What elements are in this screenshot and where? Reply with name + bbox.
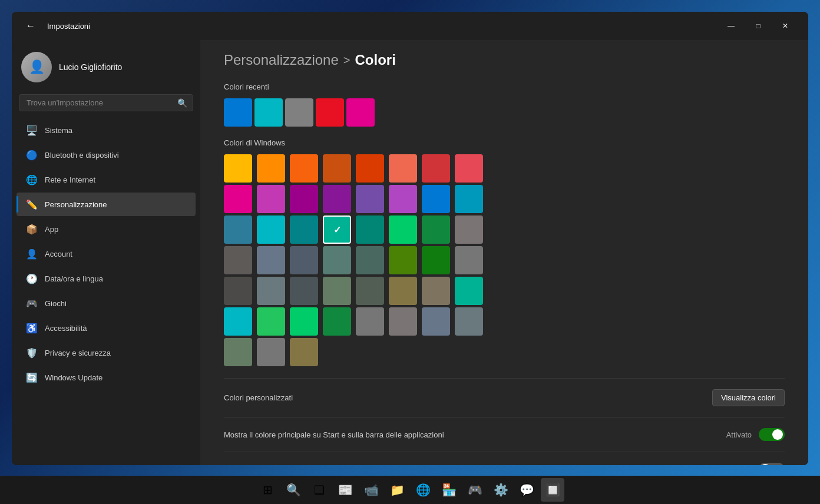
- taskbar-start[interactable]: ⊞: [256, 478, 279, 502]
- windows-color-6[interactable]: [422, 154, 450, 183]
- windows-color-9[interactable]: [257, 185, 285, 213]
- windows-color-32[interactable]: [224, 277, 252, 305]
- windows-color-19[interactable]: [323, 215, 351, 244]
- windows-color-17[interactable]: [257, 215, 285, 244]
- nav-label-rete: Rete e Internet: [45, 175, 95, 184]
- taskbar-xbox[interactable]: 🎮: [463, 478, 487, 502]
- windows-color-2[interactable]: [290, 154, 318, 183]
- windows-color-47[interactable]: [455, 307, 483, 336]
- search-input[interactable]: [19, 94, 193, 111]
- taskbar-widgets[interactable]: 📰: [333, 478, 357, 502]
- windows-color-14[interactable]: [422, 185, 450, 213]
- windows-color-21[interactable]: [389, 215, 417, 244]
- windows-color-4[interactable]: [356, 154, 384, 183]
- setting2-toggle[interactable]: [759, 463, 785, 465]
- windows-color-16[interactable]: [224, 215, 252, 244]
- minimize-button[interactable]: —: [718, 16, 745, 35]
- visualizza-colori-button[interactable]: Visualizza colori: [712, 389, 785, 406]
- taskbar-taskview[interactable]: ❑: [308, 478, 331, 502]
- windows-color-44[interactable]: [356, 307, 384, 336]
- windows-color-5[interactable]: [389, 154, 417, 183]
- windows-color-7[interactable]: [455, 154, 483, 183]
- sidebar-item-update[interactable]: 🔄Windows Update: [16, 366, 196, 389]
- windows-color-28[interactable]: [356, 246, 384, 274]
- sidebar-item-giochi[interactable]: 🎮Giochi: [16, 291, 196, 315]
- windows-color-10[interactable]: [290, 185, 318, 213]
- windows-color-18[interactable]: [290, 215, 318, 244]
- windows-color-42[interactable]: [290, 307, 318, 336]
- taskbar-settings-pinned[interactable]: ⚙️: [489, 478, 512, 502]
- windows-color-24[interactable]: [224, 246, 252, 274]
- windows-color-39[interactable]: [455, 277, 483, 305]
- back-button[interactable]: ←: [21, 16, 40, 35]
- windows-color-29[interactable]: [389, 246, 417, 274]
- windows-color-13[interactable]: [389, 185, 417, 213]
- windows-color-23[interactable]: [455, 215, 483, 244]
- windows-color-31[interactable]: [455, 246, 483, 274]
- taskbar: ⊞ 🔍 ❑ 📰 📹 📁 🌐 🏪 🎮 ⚙️ 💬 🔲: [0, 476, 820, 504]
- windows-color-48[interactable]: [224, 338, 252, 366]
- taskbar-edge[interactable]: 🌐: [411, 478, 435, 502]
- taskbar-teams[interactable]: 📹: [359, 478, 383, 502]
- nav-label-accessibilita: Accessibilità: [45, 324, 87, 333]
- page-title: Colori: [355, 52, 395, 68]
- windows-color-45[interactable]: [389, 307, 417, 336]
- windows-colors-label: Colori di Windows: [224, 138, 785, 147]
- windows-color-46[interactable]: [422, 307, 450, 336]
- sidebar-item-accessibilita[interactable]: ♿Accessibilità: [16, 316, 196, 340]
- windows-color-0[interactable]: [224, 154, 252, 183]
- windows-color-11[interactable]: [323, 185, 351, 213]
- taskbar-app-active[interactable]: 🔲: [541, 478, 564, 502]
- sidebar-item-privacy[interactable]: 🛡️Privacy e sicurezza: [16, 341, 196, 364]
- windows-color-35[interactable]: [323, 277, 351, 305]
- recent-color-2[interactable]: [285, 98, 313, 127]
- sidebar-item-bluetooth[interactable]: 🔵Bluetooth e dispositivi: [16, 143, 196, 167]
- windows-color-40[interactable]: [224, 307, 252, 336]
- nav-icon-update: 🔄: [26, 372, 38, 383]
- windows-color-15[interactable]: [455, 185, 483, 213]
- windows-color-37[interactable]: [389, 277, 417, 305]
- taskbar-store[interactable]: 🏪: [437, 478, 461, 502]
- windows-color-22[interactable]: [422, 215, 450, 244]
- windows-color-27[interactable]: [323, 246, 351, 274]
- nav-label-account: Account: [45, 250, 72, 258]
- windows-color-20[interactable]: [356, 215, 384, 244]
- recent-color-0[interactable]: [224, 98, 252, 127]
- windows-color-8[interactable]: [224, 185, 252, 213]
- windows-color-33[interactable]: [257, 277, 285, 305]
- maximize-button[interactable]: □: [745, 16, 772, 35]
- windows-color-1[interactable]: [257, 154, 285, 183]
- windows-color-41[interactable]: [257, 307, 285, 336]
- nav-icon-rete: 🌐: [26, 174, 38, 185]
- windows-color-49[interactable]: [257, 338, 285, 366]
- windows-color-34[interactable]: [290, 277, 318, 305]
- page-parent: Personalizzazione: [224, 52, 339, 68]
- sidebar-item-data[interactable]: 🕐Data/ora e lingua: [16, 267, 196, 290]
- recent-color-1[interactable]: [254, 98, 283, 127]
- windows-color-36[interactable]: [356, 277, 384, 305]
- windows-color-25[interactable]: [257, 246, 285, 274]
- windows-color-43[interactable]: [323, 307, 351, 336]
- taskbar-explorer[interactable]: 📁: [385, 478, 409, 502]
- sidebar-item-sistema[interactable]: 🖥️Sistema: [16, 118, 196, 142]
- recent-color-3[interactable]: [316, 98, 344, 127]
- sidebar-item-app[interactable]: 📦App: [16, 217, 196, 241]
- close-button[interactable]: ✕: [772, 16, 799, 35]
- windows-color-30[interactable]: [422, 246, 450, 274]
- user-profile[interactable]: 👤 Lucio Gigliofiorito: [12, 45, 200, 94]
- taskbar-whatsapp[interactable]: 💬: [515, 478, 538, 502]
- windows-color-3[interactable]: [323, 154, 351, 183]
- sidebar-item-rete[interactable]: 🌐Rete e Internet: [16, 168, 196, 191]
- windows-color-38[interactable]: [422, 277, 450, 305]
- windows-color-12[interactable]: [356, 185, 384, 213]
- user-name: Lucio Gigliofiorito: [59, 62, 122, 72]
- windows-color-26[interactable]: [290, 246, 318, 274]
- setting1-toggle[interactable]: [759, 428, 785, 441]
- recent-color-4[interactable]: [346, 98, 375, 127]
- windows-color-50[interactable]: [290, 338, 318, 366]
- taskbar-search[interactable]: 🔍: [282, 478, 305, 502]
- sidebar-item-account[interactable]: 👤Account: [16, 242, 196, 266]
- nav-label-bluetooth: Bluetooth e dispositivi: [45, 151, 119, 160]
- sidebar-item-personalizzazione[interactable]: ✏️Personalizzazione: [16, 193, 196, 216]
- main-content: 👤 Lucio Gigliofiorito 🔍 🖥️Sistema🔵Blueto…: [12, 40, 808, 465]
